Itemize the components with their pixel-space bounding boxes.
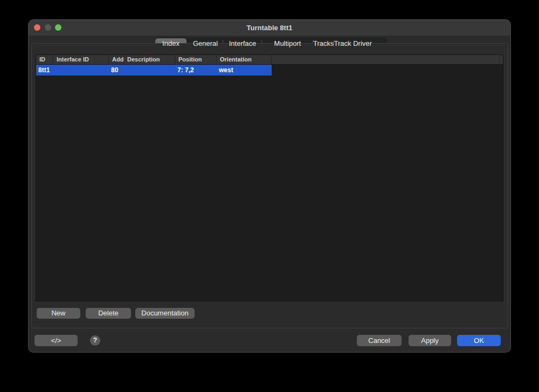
column-header-cap: [500, 55, 503, 64]
column-header-orientation[interactable]: Orientation: [217, 55, 272, 64]
tab-label: Tracks: [313, 39, 334, 47]
cell-interface-id: [53, 65, 109, 75]
cancel-button[interactable]: Cancel: [357, 335, 402, 346]
titlebar: Turntable 8tt1: [29, 20, 510, 36]
apply-button[interactable]: Apply: [409, 335, 451, 346]
documentation-button[interactable]: Documentation: [135, 308, 195, 319]
help-button[interactable]: ?: [90, 335, 100, 346]
column-header-interface-id[interactable]: Interface ID: [53, 55, 109, 64]
column-header-add[interactable]: Add: [109, 55, 124, 64]
column-header-position[interactable]: Position: [175, 55, 217, 64]
table-header: IDInterface IDAddDescriptionPositionOrie…: [36, 55, 503, 65]
tab-label: General: [193, 39, 218, 47]
tab-label: Interface: [229, 39, 257, 47]
cell-orientation: west: [217, 65, 272, 75]
cell-description: [124, 65, 175, 75]
table-row[interactable]: 8tt1807: 7,2west: [36, 65, 503, 75]
index-table: IDInterface IDAddDescriptionPositionOrie…: [36, 54, 503, 301]
xml-code-button[interactable]: </>: [34, 335, 78, 346]
turntable-dialog: Turntable 8tt1 IndexGeneralInterfaceMult…: [28, 19, 511, 353]
cell-position: 7: 7,2: [175, 65, 217, 75]
window-title: Turntable 8tt1: [29, 20, 510, 36]
delete-button[interactable]: Delete: [86, 308, 131, 319]
column-header-description[interactable]: Description: [124, 55, 175, 64]
column-header-id[interactable]: ID: [36, 55, 53, 64]
cell-add: 80: [109, 65, 124, 75]
tab-label: Index: [162, 39, 179, 47]
tab-label: Track Driver: [334, 39, 372, 47]
column-header-filler: [272, 55, 500, 64]
table-body: 8tt1807: 7,2west: [36, 65, 503, 75]
cell-id: 8tt1: [36, 65, 53, 75]
ok-button[interactable]: OK: [457, 335, 501, 346]
tab-label: Multiport: [274, 39, 301, 47]
new-button[interactable]: New: [37, 308, 80, 319]
